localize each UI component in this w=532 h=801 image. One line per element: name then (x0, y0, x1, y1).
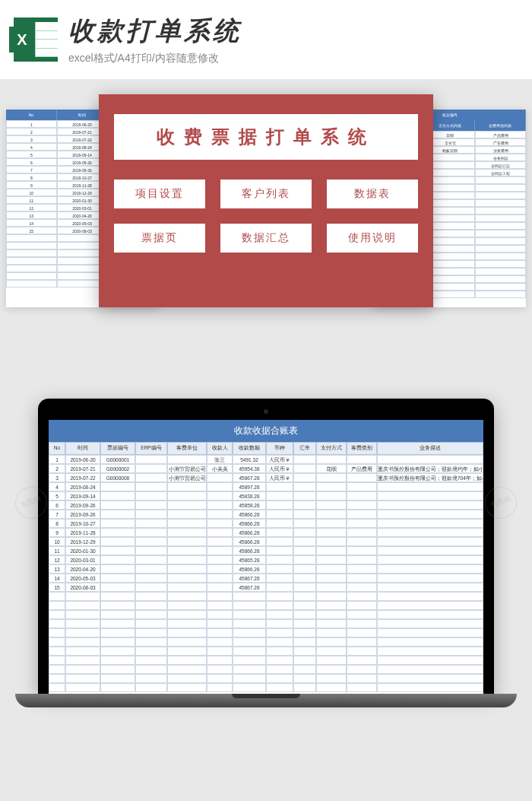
spreadsheet-header: No时间票据编号ERP编号客费单位收款人收款数额币种汇率支付方式客费类别业务描述 (49, 442, 483, 455)
table-row (49, 592, 483, 601)
table-row (49, 683, 483, 692)
laptop-frame: 收款收据合账表 No时间票据编号ERP编号客费单位收款人收款数额币种汇率支付方式… (38, 399, 494, 694)
project-settings-button[interactable]: 项目设置 (114, 180, 205, 208)
table-row: 122020-03-0145865.28 (49, 555, 483, 564)
table-row (49, 610, 483, 619)
table-row (49, 601, 483, 610)
table-row: 72019-09-2645866.28 (49, 510, 483, 519)
table-row: 12019-06-20G0000001张三5491.32人民币￥ (49, 455, 483, 464)
laptop-base (15, 694, 517, 707)
laptop-screen: 收款收据合账表 No时间票据编号ERP编号客费单位收款人收款数额币种汇率支付方式… (49, 420, 483, 694)
col-header: No (6, 110, 57, 120)
col-header: 收款数额 (233, 442, 266, 455)
panel-title: 收费票据打单系统 (114, 114, 418, 160)
table-row: 92019-11-2845866.28 (49, 528, 483, 537)
laptop-preview: 收款收据合账表 No时间票据编号ERP编号客费单位收款人收款数额币种汇率支付方式… (0, 399, 532, 733)
col-header: 业务描述 (377, 442, 483, 455)
col-header: 币种 (266, 442, 293, 455)
table-row (49, 619, 483, 628)
col-header: No (49, 442, 65, 455)
table-row: 152020-08-0345867.28 (49, 583, 483, 592)
table-row: 52019-09-1445838.28 (49, 491, 483, 501)
col-header: 客费类别 (347, 442, 377, 455)
excel-x-badge: X (9, 27, 35, 52)
table-row (49, 665, 483, 674)
table-row (49, 674, 483, 683)
table-row: 42019-08-2445897.28 (49, 482, 483, 491)
page-title: 收款打单系统 (68, 14, 517, 49)
header: X 收款打单系统 excel格式/A4打印/内容随意修改 (0, 0, 532, 79)
spreadsheet-body: 12019-06-20G0000001张三5491.32人民币￥22019-07… (49, 455, 483, 692)
table-row: 62019-09-2645858.28 (49, 501, 483, 510)
col-header: 票据编号 (100, 442, 135, 455)
customer-list-button[interactable]: 客户列表 (220, 180, 312, 208)
excel-file-icon: X (14, 17, 58, 62)
table-row (49, 637, 483, 647)
receipt-page-button[interactable]: 票据页 (114, 224, 205, 253)
table-row (49, 628, 483, 637)
table-row: 102019-12-2945866.28 (49, 537, 483, 546)
table-row: 32019-07-22G0000008小测节贸易公司45867.28人民币￥重庆… (49, 473, 483, 482)
table-row: 142020-05-0345867.28 (49, 574, 483, 583)
button-row-2: 票据页 数据汇总 使用说明 (114, 224, 418, 253)
table-row: 132020-04-2045866.28 (49, 564, 483, 574)
button-row-1: 项目设置 客户列表 数据表 (114, 180, 418, 208)
col-header: 客费单位 (167, 442, 207, 455)
table-row: 112020-01-3045866.28 (49, 546, 483, 555)
main-menu-panel: 收费票据打单系统 项目设置 客户列表 数据表 票据页 数据汇总 使用说明 (99, 94, 433, 307)
col-header: 收款人 (207, 442, 233, 455)
table-row (49, 647, 483, 656)
col-header: 时间 (65, 442, 100, 455)
title-block: 收款打单系统 excel格式/A4打印/内容随意修改 (68, 14, 517, 65)
col-header: 汇率 (293, 442, 316, 455)
showcase-stage: No时间票据编号 12019-06-20G000000122019-07-21G… (0, 94, 532, 353)
col-header: 支付方式 (316, 442, 347, 455)
data-table-button[interactable]: 数据表 (327, 180, 418, 208)
col-header: ERP编号 (135, 442, 167, 455)
page-subtitle: excel格式/A4打印/内容随意修改 (68, 52, 517, 65)
camera-icon (264, 409, 268, 414)
table-row: 82019-10-2745866.28 (49, 519, 483, 528)
instructions-button[interactable]: 使用说明 (327, 224, 418, 253)
table-row: 22019-07-21G0000002小测节贸易公司小美美45954.38人民币… (49, 464, 483, 473)
table-row (49, 656, 483, 665)
spreadsheet-title: 收款收据合账表 (49, 420, 483, 442)
col-header: 金费类别列表 (475, 120, 526, 131)
data-summary-button[interactable]: 数据汇总 (220, 224, 312, 253)
